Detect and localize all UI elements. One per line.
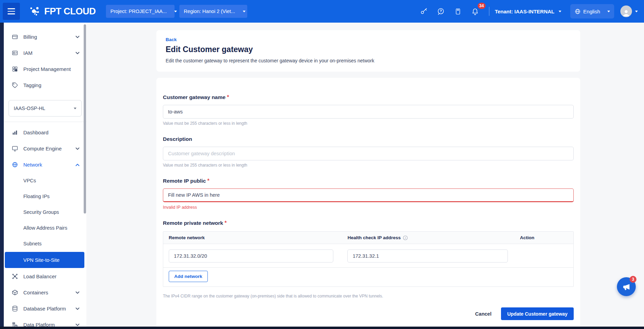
description-helper: Value must be 255 characters or less in …	[163, 163, 574, 168]
remote-network-table: Remote network Health check IP address i…	[163, 231, 574, 287]
sidebar-item-billing[interactable]: Billing	[4, 29, 86, 45]
health-check-ip-input[interactable]	[347, 249, 508, 263]
announcements-button[interactable]: 3	[617, 277, 636, 296]
chevron-down-icon	[75, 36, 80, 38]
gateway-name-input[interactable]	[163, 105, 574, 119]
health-check-header: Health check IP address	[347, 235, 401, 240]
top-bar: FPT CLOUD Project: PROJECT_IAA... Region…	[0, 0, 644, 23]
remote-network-input[interactable]	[169, 249, 333, 263]
brand-name: FPT CLOUD	[44, 6, 96, 17]
sidebar-item-compute-engine[interactable]: Compute Engine	[4, 141, 86, 157]
cancel-button[interactable]: Cancel	[475, 311, 492, 317]
tenant-selector[interactable]: Tenant: IAAS-INTERNAL	[495, 9, 561, 14]
support-chat-icon[interactable]: ?	[435, 5, 447, 17]
sidebar-item-allow-address-pairs[interactable]: Allow Address Pairs	[4, 220, 86, 236]
load-balancer-icon	[11, 273, 18, 280]
description-label: Description	[163, 136, 192, 142]
sidebar-divider	[4, 122, 86, 122]
network-globe-icon	[11, 161, 18, 168]
action-header: Action	[520, 235, 534, 240]
gateway-name-group: Customer gateway name* Value must be 255…	[163, 94, 574, 126]
required-asterisk: *	[227, 94, 229, 100]
chevron-down-icon	[75, 324, 80, 326]
avatar	[620, 5, 632, 17]
table-header-row: Remote network Health check IP address i…	[163, 232, 573, 244]
compute-engine-icon	[11, 145, 18, 152]
sidebar-item-security-groups[interactable]: Security Groups	[4, 204, 86, 220]
top-right-cluster: ? 34 Tenant: IAAS-INTERNAL	[413, 4, 638, 19]
sidebar-item-vpcs[interactable]: VPCs	[4, 173, 86, 188]
description-group: Description Value must be 255 characters…	[163, 136, 574, 168]
gateway-name-helper: Value must be 255 characters or less in …	[163, 121, 574, 126]
sidebar-item-vpn-site-to-site[interactable]: VPN Site-to-Site	[5, 252, 84, 268]
sidebar-item-subnets[interactable]: Subnets	[4, 236, 86, 252]
table-row	[163, 244, 573, 268]
bottom-edge-bar	[0, 327, 644, 329]
hamburger-menu-icon[interactable]	[3, 3, 20, 20]
sidebar-item-iam[interactable]: IAM	[4, 45, 86, 61]
edit-gateway-form-card: Customer gateway name* Value must be 255…	[156, 78, 580, 329]
remote-network-header: Remote network	[169, 235, 205, 240]
app-shell: Billing IAM Project Management Tagging I…	[0, 23, 644, 329]
info-icon[interactable]: i	[403, 235, 408, 240]
add-network-button[interactable]: Add network	[169, 271, 208, 282]
sidebar: Billing IAM Project Management Tagging I…	[4, 23, 86, 329]
tag-icon	[11, 82, 18, 89]
sidebar-item-tagging[interactable]: Tagging	[4, 77, 86, 93]
containers-icon	[11, 289, 18, 296]
sidebar-item-database-platform[interactable]: Database Platform	[4, 301, 86, 317]
chevron-down-icon	[75, 52, 80, 54]
remote-private-network-label: Remote private network	[163, 220, 223, 226]
chevron-down-icon	[607, 11, 610, 12]
project-selector[interactable]: Project: PROJECT_IAA...	[106, 5, 175, 18]
project-management-icon	[11, 66, 18, 73]
database-icon	[11, 305, 18, 312]
table-footer: Add network	[163, 268, 573, 287]
page-title: Edit Customer gateway	[166, 45, 571, 54]
page-subtitle: Edit the customer gateway to represent t…	[166, 58, 571, 63]
fpt-cloud-logo-icon	[29, 5, 41, 17]
action-cell	[520, 249, 568, 263]
announcement-count-badge: 3	[630, 276, 636, 283]
billing-icon	[11, 34, 18, 40]
header-divider	[489, 7, 489, 16]
sidebar-project-dropdown[interactable]: IAAS-OSP-HL	[9, 100, 82, 117]
chevron-down-icon	[174, 11, 177, 12]
sidebar-item-load-balancer[interactable]: Load Balancer	[4, 268, 86, 284]
back-link[interactable]: Back	[166, 37, 177, 42]
docs-icon[interactable]	[452, 5, 464, 17]
chevron-down-icon	[75, 291, 80, 294]
api-key-icon[interactable]	[418, 5, 430, 17]
chevron-down-icon	[75, 147, 80, 150]
gateway-name-label: Customer gateway name	[163, 94, 226, 100]
language-selector[interactable]: English	[570, 4, 614, 19]
remote-private-network-group: Remote private network* Remote network H…	[163, 220, 574, 287]
chevron-down-icon	[559, 11, 561, 12]
account-menu[interactable]	[620, 5, 638, 17]
notifications-bell-icon[interactable]: 34	[469, 5, 481, 17]
remote-ip-label: Remote IP public	[163, 178, 206, 184]
remote-ip-input[interactable]	[163, 188, 574, 202]
page-header-card: Back Edit Customer gateway Edit the cust…	[156, 30, 580, 72]
language-label: English	[583, 9, 600, 14]
dashboard-icon	[11, 129, 18, 136]
megaphone-icon	[622, 282, 631, 291]
region-selector[interactable]: Region: Hanoi 2 (Viet...	[179, 5, 247, 18]
sidebar-item-network[interactable]: Network	[4, 157, 86, 173]
remote-ip-group: Remote IP public* Invalid IP address	[163, 178, 574, 210]
brand-logo[interactable]: FPT CLOUD	[29, 5, 96, 17]
svg-text:i: i	[405, 236, 406, 240]
update-customer-gateway-button[interactable]: Update Customer gateway	[501, 307, 574, 320]
chevron-down-icon	[74, 108, 76, 109]
form-actions: Cancel Update Customer gateway	[163, 307, 574, 320]
chevron-down-icon	[635, 11, 638, 12]
sidebar-item-project-management[interactable]: Project Management	[4, 61, 86, 77]
description-input[interactable]	[163, 147, 574, 160]
notification-count-badge: 34	[478, 3, 486, 9]
sidebar-item-dashboard[interactable]: Dashboard	[4, 124, 86, 141]
sidebar-item-floating-ips[interactable]: Floating IPs	[4, 188, 86, 204]
sidebar-item-containers[interactable]: Containers	[4, 284, 86, 301]
chevron-up-icon	[75, 163, 80, 166]
remote-ip-error: Invalid IP address	[163, 205, 574, 210]
svg-text:?: ?	[440, 9, 442, 13]
